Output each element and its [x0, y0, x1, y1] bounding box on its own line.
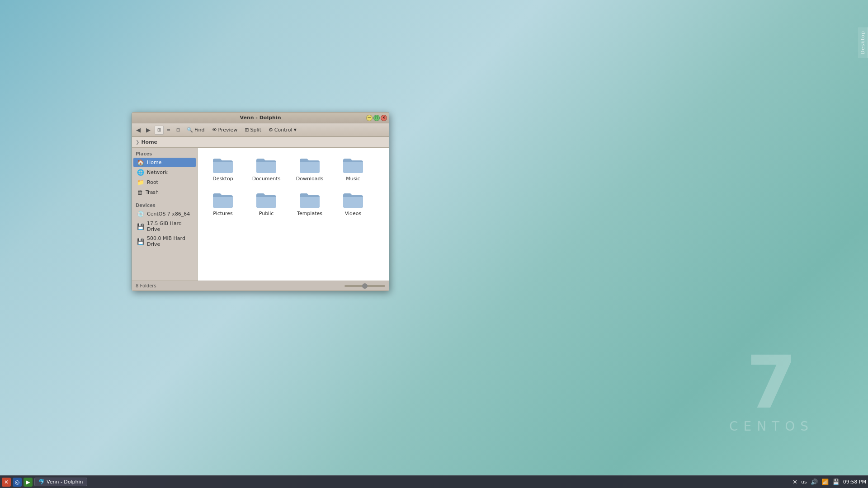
control-button[interactable]: ⚙ Control ▼: [265, 126, 300, 134]
taskbar-left: ✕ ◎ ▶ 🐬 Venn - Dolphin: [2, 478, 87, 487]
view-detail-button[interactable]: ⊟: [174, 126, 183, 135]
trash-icon: 🗑: [137, 189, 143, 196]
sidebar-item-home[interactable]: 🏠 Home: [133, 158, 196, 167]
folder-icon-music: [342, 156, 364, 174]
centos-drive-icon: 💿: [137, 211, 144, 217]
sidebar-home-label: Home: [147, 160, 161, 165]
view-icons-button[interactable]: ⊞: [155, 126, 164, 135]
taskbar-icon-1[interactable]: ✕: [2, 478, 11, 487]
file-label-videos: Videos: [345, 211, 362, 216]
dolphin-window: Venn - Dolphin — □ ✕ ◀ ▶ ⊞ ≡ ⊟ 🔍 Find 👁 …: [132, 112, 389, 291]
find-icon: 🔍: [187, 127, 193, 133]
split-button[interactable]: ⊞ Split: [241, 126, 264, 134]
sidebar-divider: [135, 199, 194, 199]
folder-icon-public: [255, 191, 277, 209]
root-icon: 📁: [137, 179, 144, 186]
file-label-pictures: Pictures: [213, 211, 233, 216]
taskbar-icon-2[interactable]: ◎: [13, 478, 22, 487]
folder-icon-templates: [299, 191, 321, 209]
hdd500-icon: 💾: [137, 238, 144, 245]
sidebar-network-label: Network: [147, 169, 168, 175]
preview-button[interactable]: 👁 Preview: [209, 126, 241, 134]
folder-icon-documents: [255, 156, 277, 174]
view-list-button[interactable]: ≡: [164, 126, 173, 135]
taskbar: ✕ ◎ ▶ 🐬 Venn - Dolphin ✕ us 🔊 📶 💾 09:58 …: [0, 475, 868, 488]
control-icon: ⚙: [269, 127, 273, 133]
sidebar-hdd17-label: 17.5 GiB Hard Drive: [147, 221, 192, 232]
clock: 09:58 PM: [843, 479, 866, 485]
folder-icon-desktop: [212, 156, 234, 174]
taskbar-dolphin-icon: 🐬: [38, 479, 45, 485]
hdd17-icon: 💾: [137, 223, 144, 230]
file-item-templates[interactable]: Templates: [290, 188, 330, 219]
sidebar-centos-label: CentOS 7 x86_64: [147, 211, 190, 217]
file-label-public: Public: [259, 211, 274, 216]
breadcrumb-home[interactable]: Home: [141, 139, 157, 145]
sidebar-root-label: Root: [147, 179, 158, 185]
taskbar-dolphin-app[interactable]: 🐬 Venn - Dolphin: [34, 478, 87, 486]
centos-version: 7: [729, 347, 814, 419]
preview-icon: 👁: [212, 127, 217, 133]
places-header: Places: [132, 150, 197, 157]
x-icon[interactable]: ✕: [793, 479, 797, 485]
home-icon: 🏠: [137, 159, 144, 166]
window-minimize-button[interactable]: —: [366, 115, 373, 121]
location-bar: ❯ Home: [132, 137, 389, 148]
forward-button[interactable]: ▶: [144, 126, 153, 135]
window-close-button[interactable]: ✕: [381, 115, 387, 121]
desktop-label: Desktop: [858, 27, 868, 58]
find-button[interactable]: 🔍 Find: [184, 126, 208, 134]
taskbar-right: ✕ us 🔊 📶 💾 09:58 PM: [793, 479, 866, 485]
sidebar-item-centos[interactable]: 💿 CentOS 7 x86_64: [133, 209, 196, 219]
file-area: Desktop Documents: [198, 148, 389, 281]
devices-header: Devices: [132, 201, 197, 209]
window-controls: — □ ✕: [366, 115, 387, 121]
slider-track: [344, 285, 385, 287]
preview-label: Preview: [218, 127, 238, 133]
file-item-music[interactable]: Music: [333, 153, 373, 184]
file-label-downloads: Downloads: [296, 176, 323, 182]
statusbar: 8 Folders: [132, 281, 389, 291]
file-item-public[interactable]: Public: [246, 188, 286, 219]
window-maximize-button[interactable]: □: [373, 115, 380, 121]
file-item-documents[interactable]: Documents: [246, 153, 286, 184]
taskbar-icon-3[interactable]: ▶: [24, 478, 33, 487]
folder-icon-downloads: [299, 156, 321, 174]
sidebar-item-network[interactable]: 🌐 Network: [133, 168, 196, 177]
file-item-pictures[interactable]: Pictures: [203, 188, 243, 219]
toolbar: ◀ ▶ ⊞ ≡ ⊟ 🔍 Find 👁 Preview ⊞ Split ⚙ Con…: [132, 123, 389, 137]
split-icon: ⊞: [245, 127, 249, 133]
file-item-downloads[interactable]: Downloads: [290, 153, 330, 184]
centos-name: CENTOS: [729, 419, 814, 434]
network-tray-icon[interactable]: 📶: [821, 479, 829, 485]
slider-thumb: [362, 283, 368, 289]
window-body: Places 🏠 Home 🌐 Network 📁 Root 🗑 Trash D…: [132, 148, 389, 281]
sidebar-item-root[interactable]: 📁 Root: [133, 178, 196, 187]
file-grid: Desktop Documents: [203, 153, 383, 219]
file-item-videos[interactable]: Videos: [333, 188, 373, 219]
sidebar-item-trash[interactable]: 🗑 Trash: [133, 188, 196, 197]
window-titlebar: Venn - Dolphin — □ ✕: [132, 113, 389, 123]
sidebar-item-hdd500[interactable]: 💾 500.0 MiB Hard Drive: [133, 234, 196, 249]
window-title: Venn - Dolphin: [240, 115, 281, 121]
file-label-music: Music: [346, 176, 360, 182]
removable-icon[interactable]: 💾: [832, 479, 840, 485]
file-label-documents: Documents: [252, 176, 281, 182]
file-item-desktop[interactable]: Desktop: [203, 153, 243, 184]
sidebar-hdd500-label: 500.0 MiB Hard Drive: [147, 235, 192, 247]
folder-icon-pictures: [212, 191, 234, 209]
breadcrumb-arrow: ❯: [136, 140, 139, 145]
network-icon: 🌐: [137, 169, 144, 176]
sidebar-item-hdd17[interactable]: 💾 17.5 GiB Hard Drive: [133, 219, 196, 234]
keyboard-layout: us: [801, 479, 807, 485]
file-label-desktop: Desktop: [212, 176, 233, 182]
taskbar-dolphin-label: Venn - Dolphin: [47, 479, 83, 485]
sidebar-trash-label: Trash: [146, 189, 159, 195]
centos-watermark: 7 CENTOS: [729, 347, 814, 434]
back-button[interactable]: ◀: [134, 126, 143, 135]
volume-icon[interactable]: 🔊: [811, 479, 818, 485]
control-dropdown-icon: ▼: [294, 128, 297, 132]
zoom-slider[interactable]: [344, 285, 385, 287]
file-label-templates: Templates: [297, 211, 322, 216]
status-text: 8 Folders: [136, 283, 156, 288]
